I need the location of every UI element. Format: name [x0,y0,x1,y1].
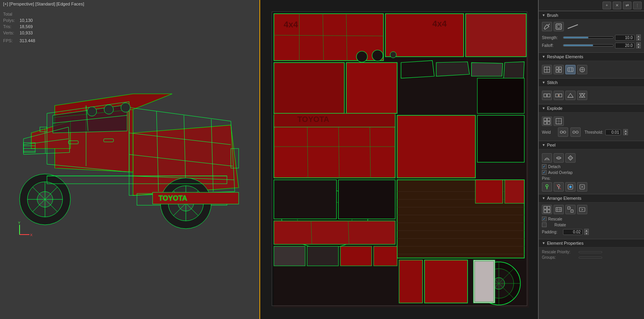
threshold-up[interactable]: ▲ [623,129,628,132]
svg-rect-126 [559,67,561,69]
toolbar-btn-1[interactable]: + [603,2,611,9]
arrange-section-header[interactable]: ▼ Arrange Elements [539,194,644,203]
toolbar-btn-4[interactable]: ⋮ [633,2,642,9]
svg-text:TOYOTA: TOYOTA [158,194,187,202]
svg-point-21 [104,105,113,114]
arrange-icon-2[interactable] [554,205,564,214]
brush-icon-1[interactable] [542,22,552,31]
uv-scene: 4x4 4x4 TOYOTA [260,0,538,319]
rescale-priority-value[interactable] [579,251,602,253]
pin-icon-1[interactable] [542,182,552,192]
padding-down[interactable]: ▼ [584,232,589,235]
svg-rect-175 [568,207,570,209]
strength-label: Strength: [542,36,561,40]
reshape-icon-1[interactable] [542,65,552,74]
groups-value[interactable] [579,257,602,258]
reshape-title: Reshape Elements [547,54,583,59]
falloff-up[interactable]: ▲ [636,42,641,45]
stitch-arrow: ▼ [542,81,545,84]
toolbar-btn-3[interactable]: ⇄ [623,2,631,9]
pin-icon-4[interactable] [577,182,587,192]
svg-rect-135 [544,94,547,97]
svg-marker-69 [504,62,524,79]
peel-icon-1[interactable] [542,153,552,163]
peel-icon-2[interactable] [554,153,564,163]
strength-value[interactable]: 10.0 [615,35,635,41]
viewport-header: [+] [Perspective] [Standard] [Edged Face… [0,0,87,8]
falloff-row: Falloff: 20.0 ▲ ▼ [542,42,641,48]
falloff-slider[interactable] [563,44,613,47]
uv-texture-svg: 4x4 4x4 TOYOTA [260,0,538,319]
explode-icon-2[interactable] [554,116,564,126]
svg-rect-114 [475,261,494,302]
explode-section-header[interactable]: ▼ Explode [539,104,644,113]
svg-point-155 [573,131,575,133]
toolbar-btn-2[interactable]: ✕ [613,2,621,9]
weld-icon-1[interactable] [558,127,568,137]
pin-icon-2[interactable] [554,182,564,192]
svg-rect-146 [547,118,550,121]
stitch-icon-1[interactable] [542,91,552,100]
strength-spinner[interactable]: ▲ ▼ [636,34,641,41]
avoid-overlap-row: Avoid Overlap [542,170,641,175]
padding-up[interactable]: ▲ [584,229,589,232]
reshape-icon-4[interactable] [577,65,587,74]
element-props-section-header[interactable]: ▼ Element Properties [539,239,644,247]
strength-down[interactable]: ▼ [636,38,641,41]
avoid-overlap-checkbox[interactable] [542,170,547,175]
stitch-section-header[interactable]: ▼ Stitch [539,78,644,87]
padding-value[interactable]: 0.02 [563,229,583,235]
threshold-value[interactable]: 0.01 [605,129,621,135]
svg-rect-136 [547,94,550,97]
peel-title: Peel [547,143,556,147]
groups-row: Groups: [542,255,641,260]
stitch-icon-2[interactable] [554,91,564,100]
padding-spinner[interactable]: ▲ ▼ [584,229,589,235]
svg-rect-125 [556,67,558,69]
brush-section-header[interactable]: ▼ Brush [539,11,644,20]
peel-icon-3[interactable] [565,153,576,163]
svg-rect-101 [307,246,338,266]
svg-point-163 [569,186,572,188]
threshold-down[interactable]: ▼ [623,132,628,135]
reshape-section-header[interactable]: ▼ Reshape Elements [539,52,644,61]
svg-rect-115 [475,180,503,203]
arrange-icon-4[interactable] [577,205,587,214]
arrange-icon-1[interactable] [542,205,552,214]
falloff-down[interactable]: ▼ [636,45,641,48]
stitch-icon-4[interactable] [577,91,587,100]
svg-line-118 [548,24,550,25]
svg-point-152 [560,131,563,133]
reshape-icon-2[interactable] [554,65,564,74]
weld-icon-2[interactable] [570,127,581,137]
pin-icon-3[interactable] [565,182,576,192]
detach-checkbox[interactable] [542,164,547,169]
peel-section-header[interactable]: ▼ Peel [539,141,644,149]
svg-rect-119 [556,24,561,29]
strength-slider[interactable] [563,36,613,39]
svg-rect-56 [385,14,464,57]
stitch-icon-3[interactable] [565,91,576,100]
brush-icon-2[interactable] [554,22,564,31]
rescale-priority-row: Rescale Priority: [542,250,641,254]
arrange-title: Arrange Elements [547,196,581,201]
strength-up[interactable]: ▲ [636,34,641,38]
falloff-spinner[interactable]: ▲ ▼ [636,42,641,48]
rotate-checkbox[interactable] [542,222,547,227]
left-viewport: [+] [Perspective] [Standard] [Edged Face… [0,0,260,319]
rescale-row: Rescale [542,217,641,221]
svg-marker-143 [579,93,585,97]
explode-icon-1[interactable] [542,116,552,126]
threshold-spinner[interactable]: ▲ ▼ [623,129,628,135]
rotate-row: Rotate [542,222,641,227]
svg-rect-145 [544,118,547,121]
svg-rect-96 [338,180,395,219]
stitch-icons [542,89,641,102]
svg-rect-139 [559,94,562,97]
svg-line-121 [568,25,578,29]
rescale-checkbox[interactable] [542,217,547,221]
arrange-icon-3[interactable] [565,205,576,214]
tris-value: 18,569 [20,23,33,30]
reshape-icon-3[interactable] [565,65,576,74]
falloff-value[interactable]: 20.0 [615,43,635,48]
